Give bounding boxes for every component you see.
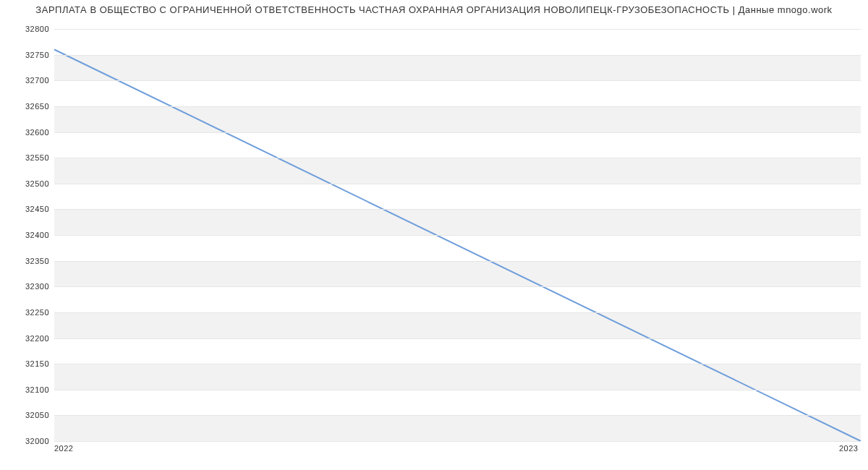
y-tick-label: 32600 (6, 128, 49, 137)
gridline (54, 55, 861, 56)
gridline (54, 441, 861, 442)
y-tick-label: 32400 (6, 231, 49, 239)
gridline (54, 261, 861, 262)
chart-container: ЗАРПЛАТА В ОБЩЕСТВО С ОГРАНИЧЕННОЙ ОТВЕТ… (0, 0, 868, 470)
y-tick-label: 32000 (6, 437, 49, 445)
x-tick-label: 2022 (54, 444, 73, 453)
gridline (54, 29, 861, 30)
x-tick-label: 2023 (839, 444, 858, 453)
y-tick-label: 32450 (6, 205, 49, 213)
gridline (54, 235, 861, 236)
gridline (54, 158, 861, 158)
gridline (54, 184, 861, 184)
y-tick-label: 32100 (6, 385, 49, 394)
y-tick-label: 32700 (6, 76, 49, 85)
gridline (54, 80, 861, 81)
gridline (54, 364, 861, 364)
y-tick-label: 32750 (6, 51, 49, 59)
plot-area (54, 29, 861, 442)
y-tick-label: 32350 (6, 257, 49, 265)
y-tick-label: 32800 (6, 25, 49, 33)
y-tick-label: 32250 (6, 308, 49, 317)
gridline (54, 390, 861, 390)
chart-title: ЗАРПЛАТА В ОБЩЕСТВО С ОГРАНИЧЕННОЙ ОТВЕТ… (0, 4, 868, 15)
y-tick-label: 32150 (6, 359, 49, 368)
gridline (54, 106, 861, 107)
y-tick-label: 32550 (6, 153, 49, 162)
gridline (54, 286, 861, 287)
gridline (54, 338, 861, 339)
y-tick-label: 32300 (6, 282, 49, 291)
gridline (54, 312, 861, 313)
gridline (54, 209, 861, 210)
y-tick-label: 32050 (6, 411, 49, 419)
y-tick-label: 32650 (6, 102, 49, 111)
gridline (54, 415, 861, 416)
gridline (54, 132, 861, 133)
y-tick-label: 32500 (6, 179, 49, 188)
y-tick-label: 32200 (6, 334, 49, 343)
